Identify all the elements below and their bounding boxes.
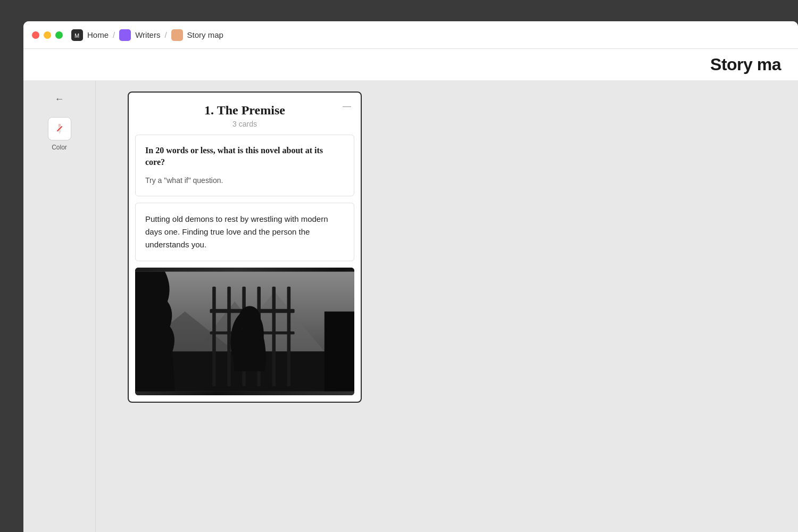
breadcrumb-writers[interactable]: Writers: [119, 29, 160, 41]
home-app-icon: M: [71, 29, 83, 41]
card-question[interactable]: In 20 words or less, what is this novel …: [135, 135, 354, 196]
traffic-lights: [32, 31, 63, 39]
content-area: ← Color: [23, 81, 798, 532]
back-arrow-icon: ←: [55, 94, 64, 105]
breadcrumb-home[interactable]: M Home: [71, 29, 109, 41]
separator-2: /: [164, 30, 167, 39]
card-hint-text: Try a "what if" question.: [145, 175, 344, 186]
titlebar: M Home / Writers / Story map: [23, 21, 798, 49]
storymap-label: Story map: [187, 30, 223, 39]
pencil-icon: [53, 122, 66, 135]
image-placeholder: [135, 268, 354, 395]
writers-label: Writers: [135, 30, 160, 39]
storymap-app-icon: [171, 29, 183, 41]
page-title-bar: Story ma: [23, 49, 798, 81]
color-icon-container: [48, 117, 71, 140]
home-icon-svg: M: [73, 31, 81, 39]
color-tool[interactable]: Color: [48, 117, 71, 151]
sidebar: ← Color: [23, 81, 96, 532]
back-button[interactable]: ←: [50, 89, 69, 109]
column-title: 1. The Premise: [139, 103, 350, 118]
column-header: — 1. The Premise 3 cards: [129, 93, 361, 135]
writers-app-icon: [119, 29, 131, 41]
card-question-text: In 20 words or less, what is this novel …: [145, 145, 344, 169]
svg-rect-12: [325, 311, 354, 391]
app-window: M Home / Writers / Story map Story ma: [23, 21, 798, 532]
home-label: Home: [87, 30, 109, 39]
page-title: Story ma: [710, 55, 781, 74]
card-body-text: Putting old demons to rest by wrestling …: [145, 213, 344, 251]
story-image-svg: [135, 268, 354, 395]
close-button[interactable]: [32, 31, 39, 39]
svg-rect-13: [212, 287, 216, 386]
card-text[interactable]: Putting old demons to rest by wrestling …: [135, 203, 354, 261]
card-image[interactable]: [135, 268, 354, 395]
svg-rect-17: [272, 287, 276, 386]
story-column: — 1. The Premise 3 cards In 20 words or …: [128, 92, 362, 403]
maximize-button[interactable]: [55, 31, 63, 39]
svg-rect-3: [59, 124, 61, 127]
canvas-area[interactable]: — 1. The Premise 3 cards In 20 words or …: [96, 81, 798, 532]
column-subtitle: 3 cards: [139, 120, 350, 128]
column-minimize-button[interactable]: —: [342, 101, 352, 112]
svg-rect-14: [227, 287, 231, 386]
breadcrumb-storymap[interactable]: Story map: [171, 29, 223, 41]
color-tool-label: Color: [52, 144, 67, 151]
svg-rect-18: [287, 287, 291, 386]
breadcrumb: M Home / Writers / Story map: [71, 29, 223, 41]
minimize-button[interactable]: [44, 31, 51, 39]
svg-marker-2: [59, 131, 61, 134]
svg-rect-22: [246, 329, 254, 335]
svg-text:M: M: [74, 32, 79, 39]
separator-1: /: [113, 30, 115, 39]
